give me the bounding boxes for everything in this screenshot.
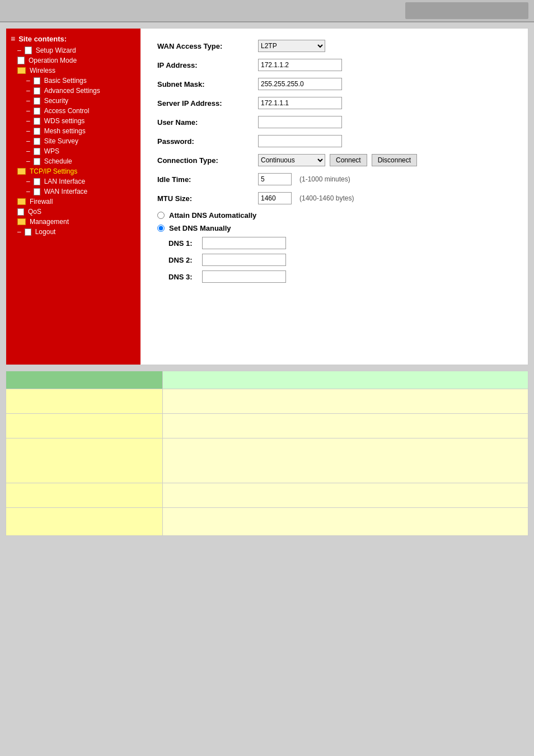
dns3-label: DNS 3: <box>168 273 202 281</box>
sidebar-item-qos[interactable]: QoS <box>11 207 136 217</box>
table-row <box>6 389 528 414</box>
server-ip-label: Server IP Address: <box>157 99 258 108</box>
table-cell-col1 <box>6 508 163 536</box>
doc-icon-sec <box>34 97 40 105</box>
attain-dns-row: Attain DNS Automatically <box>157 211 511 220</box>
table-cell-col2 <box>163 438 528 483</box>
ip-address-label: IP Address: <box>157 61 258 69</box>
table-row <box>6 483 528 508</box>
dash-icon-bs: – <box>26 77 30 85</box>
mtu-size-label: MTU Size: <box>157 194 258 203</box>
table-cell-col2 <box>163 483 528 508</box>
disconnect-button[interactable]: Disconnect <box>372 154 417 166</box>
password-control <box>258 135 342 147</box>
doc-icon-wds <box>34 118 40 125</box>
user-name-input[interactable] <box>258 116 342 128</box>
sidebar-item-access-control[interactable]: – Access Control <box>11 106 136 116</box>
main-container: ≡ Site contents: – Setup Wizard Operatio… <box>6 28 528 365</box>
table-row <box>6 438 528 483</box>
dash-icon-as: – <box>26 87 30 95</box>
dash-icon-ac: – <box>26 107 30 115</box>
subnet-mask-input[interactable] <box>258 78 342 90</box>
attain-dns-radio[interactable] <box>157 212 165 219</box>
doc-icon-lan <box>34 178 40 185</box>
dns1-label: DNS 1: <box>168 239 202 248</box>
doc-icon-logout <box>25 228 31 236</box>
wan-access-type-select[interactable]: L2TP PPPoE PPTP Static IP DHCP <box>258 40 325 52</box>
doc-icon-as <box>34 87 40 95</box>
ip-address-input[interactable] <box>258 59 342 71</box>
doc-icon-mesh <box>34 128 40 135</box>
table-row <box>6 508 528 536</box>
doc-icon-ac <box>34 108 40 115</box>
ip-address-control <box>258 59 342 71</box>
wan-access-type-row: WAN Access Type: L2TP PPPoE PPTP Static … <box>157 40 511 52</box>
table-row <box>6 371 528 389</box>
top-bar <box>0 0 534 22</box>
table-row <box>6 414 528 438</box>
top-bar-right-panel <box>405 2 528 19</box>
sidebar-item-security[interactable]: – Security <box>11 96 136 106</box>
wan-access-type-label: WAN Access Type: <box>157 42 258 50</box>
dash-icon-sched: – <box>26 157 30 165</box>
subnet-mask-row: Subnet Mask: <box>157 78 511 90</box>
sidebar-item-basic-settings[interactable]: – Basic Settings <box>11 76 136 86</box>
sidebar-item-wps[interactable]: – WPS <box>11 146 136 156</box>
doc-icon-opmode <box>17 57 25 64</box>
sidebar-item-mesh-settings[interactable]: – Mesh settings <box>11 126 136 136</box>
sidebar: ≡ Site contents: – Setup Wizard Operatio… <box>6 29 140 365</box>
dash-icon-wps: – <box>26 147 30 155</box>
sidebar-item-schedule[interactable]: – Schedule <box>11 156 136 166</box>
sidebar-item-wireless[interactable]: Wireless <box>11 66 136 76</box>
dash-icon-lan: – <box>26 178 30 185</box>
sidebar-item-wan-interface[interactable]: – WAN Interface <box>11 186 136 197</box>
sidebar-item-wds-settings[interactable]: – WDS settings <box>11 116 136 126</box>
sidebar-item-advanced-settings[interactable]: – Advanced Settings <box>11 86 136 96</box>
dns1-input[interactable] <box>202 237 286 249</box>
dns3-input[interactable] <box>202 270 286 283</box>
attain-dns-label[interactable]: Attain DNS Automatically <box>169 211 256 220</box>
idle-time-label: Idle Time: <box>157 175 258 184</box>
doc-icon-sched <box>34 158 40 165</box>
dns2-label: DNS 2: <box>168 256 202 264</box>
subnet-mask-control <box>258 78 342 90</box>
folder-icon-tcpip <box>17 168 26 175</box>
mtu-size-row: MTU Size: (1400-1460 bytes) <box>157 192 511 204</box>
dns2-row: DNS 2: <box>157 254 511 266</box>
idle-time-row: Idle Time: (1-1000 minutes) <box>157 173 511 185</box>
table-cell-col1 <box>6 483 163 508</box>
table-header-col1 <box>6 371 163 389</box>
mtu-size-control: (1400-1460 bytes) <box>258 192 354 204</box>
subnet-mask-label: Subnet Mask: <box>157 80 258 88</box>
ip-address-row: IP Address: <box>157 59 511 71</box>
connection-type-select[interactable]: Continuous Connect on Demand Manual <box>258 154 325 166</box>
connection-type-control: Continuous Connect on Demand Manual Conn… <box>258 154 417 166</box>
content-area: WAN Access Type: L2TP PPPoE PPTP Static … <box>140 29 528 365</box>
doc-icon-wan <box>34 188 40 195</box>
sidebar-item-site-survey[interactable]: – Site Survey <box>11 136 136 146</box>
sidebar-item-operation-mode[interactable]: Operation Mode <box>11 55 136 66</box>
dns3-row: DNS 3: <box>157 270 511 283</box>
sidebar-item-lan-interface[interactable]: – LAN Interface <box>11 176 136 186</box>
dash-icon-wan: – <box>26 188 30 195</box>
server-ip-row: Server IP Address: <box>157 97 511 109</box>
sidebar-item-firewall[interactable]: Firewall <box>11 197 136 207</box>
idle-time-input[interactable] <box>258 173 292 185</box>
sidebar-item-logout[interactable]: – Logout <box>11 227 136 237</box>
set-dns-radio[interactable] <box>157 225 165 232</box>
table-cell-col1 <box>6 414 163 438</box>
dash-icon: – <box>17 46 21 54</box>
mtu-size-input[interactable] <box>258 192 292 204</box>
doc-icon-bs <box>34 77 40 85</box>
doc-icon-wps <box>34 148 40 155</box>
server-ip-input[interactable] <box>258 97 342 109</box>
folder-icon-wireless <box>17 67 26 74</box>
dns2-input[interactable] <box>202 254 286 266</box>
connect-button[interactable]: Connect <box>330 154 367 166</box>
set-dns-label[interactable]: Set DNS Manually <box>169 224 231 232</box>
sidebar-item-management[interactable]: Management <box>11 217 136 227</box>
password-input[interactable] <box>258 135 342 147</box>
sidebar-item-tcpip-settings[interactable]: TCP/IP Settings <box>11 166 136 176</box>
user-name-label: User Name: <box>157 118 258 127</box>
sidebar-item-setup-wizard[interactable]: – Setup Wizard <box>11 45 136 55</box>
